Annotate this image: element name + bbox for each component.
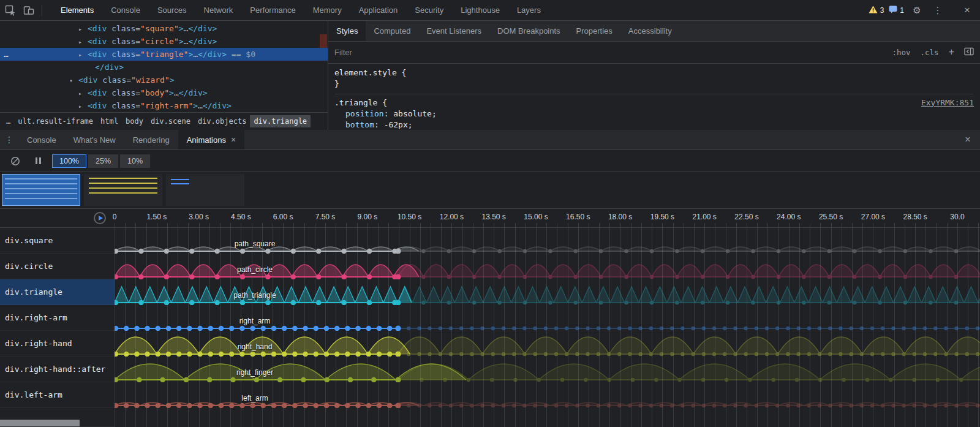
rate-button-25[interactable]: 25%	[88, 154, 118, 168]
replay-button[interactable]	[94, 212, 106, 224]
drawer-tab-label: Animations	[187, 135, 226, 145]
css-selector[interactable]: element.style {	[334, 68, 406, 77]
stylesheet-link[interactable]: ExyYRMK:851	[921, 97, 974, 108]
drawer-kebab-menu-icon[interactable]: ⋮	[0, 130, 18, 149]
breadcrumb-item-div-objects[interactable]: div.objects	[194, 115, 250, 127]
animation-row-label[interactable]: div.right-hand	[0, 331, 115, 357]
animation-preview-group-1[interactable]	[2, 174, 80, 206]
animation-row-label[interactable]: div.right-arm	[0, 305, 115, 331]
timeline-ruler[interactable]: 01.50 s3.00 s4.50 s6.00 s7.50 s9.00 s10.…	[0, 209, 980, 228]
tab-event-listeners[interactable]: Event Listeners	[418, 21, 489, 41]
css-property-line[interactable]: bottom: -62px;	[334, 119, 974, 130]
dock-sidebar-icon[interactable]	[964, 47, 974, 58]
styles-filter-input[interactable]: Filter	[334, 48, 882, 57]
tab-close-icon[interactable]: ×	[231, 135, 236, 145]
animation-preview-group-2[interactable]	[84, 174, 162, 206]
warnings-badge[interactable]: 3	[869, 6, 884, 15]
animation-rows: div.squarepath_squarediv.circlepath_circ…	[0, 228, 980, 427]
animation-track[interactable]: left_arm	[115, 382, 980, 408]
dom-tree-row[interactable]: </div>	[0, 61, 328, 74]
collapse-arrow-icon[interactable]: ▸	[78, 48, 88, 61]
collapse-arrow-icon[interactable]: ▸	[78, 87, 88, 100]
dom-tree-row[interactable]: ▸<div class="circle">…</div>	[0, 35, 328, 48]
rate-button-10[interactable]: 10%	[120, 154, 150, 168]
animation-track[interactable]: right_hand	[115, 331, 980, 357]
device-toolbar-icon[interactable]	[21, 2, 37, 18]
tick-label: 4.50 s	[231, 213, 251, 221]
css-close-brace: }	[334, 78, 974, 89]
tab-layers[interactable]: Layers	[508, 0, 549, 20]
animation-track[interactable]: path_circle	[115, 254, 980, 279]
expand-arrow-icon[interactable]: ▾	[69, 74, 78, 87]
issues-icon	[889, 6, 897, 15]
filler-track	[115, 408, 980, 427]
code-segment: =	[135, 37, 140, 46]
settings-gear-icon[interactable]: ⚙	[909, 2, 925, 18]
animation-row-label[interactable]: div.right-hand::after	[0, 357, 115, 382]
tab-performance[interactable]: Performance	[241, 0, 304, 20]
animation-row-label[interactable]: div.circle	[0, 254, 115, 279]
animation-track[interactable]: path_triangle	[115, 279, 980, 305]
drawer-tab-rendering[interactable]: Rendering	[124, 130, 178, 149]
close-devtools-icon[interactable]: ×	[959, 2, 975, 18]
animation-row-label[interactable]: div.left-arm	[0, 382, 115, 408]
clear-all-icon[interactable]	[7, 153, 23, 169]
gutter-ellipsis[interactable]: …	[4, 48, 9, 61]
code-segment: =	[135, 101, 140, 110]
breadcrumb-item-div-scene[interactable]: div.scene	[147, 115, 194, 127]
drawer-close-icon[interactable]: ×	[956, 130, 980, 149]
new-style-rule-button[interactable]: +	[949, 47, 954, 58]
collapse-arrow-icon[interactable]: ▸	[78, 23, 88, 36]
drawer-tab-animations[interactable]: Animations×	[178, 130, 245, 149]
collapse-arrow-icon[interactable]: ▸	[78, 100, 88, 112]
toggle-hover-button[interactable]: :hov	[892, 48, 910, 57]
css-rule: ExyYRMK:851.triangle {position: absolute…	[334, 94, 974, 130]
tab-properties[interactable]: Properties	[568, 21, 620, 41]
drawer-tab-console[interactable]: Console	[18, 130, 65, 149]
tab-sources[interactable]: Sources	[149, 0, 195, 20]
scrollbar-marker[interactable]	[320, 34, 327, 48]
main-panels: ▸<div class="square">…</div>▸<div class=…	[0, 21, 980, 130]
code-segment: "triangle"	[140, 50, 188, 59]
breadcrumb-item-div-triangle[interactable]: div.triangle	[250, 115, 311, 127]
breadcrumb-item-[interactable]: …	[2, 115, 14, 127]
dom-tree-row[interactable]: ▾<div class="wizard">	[0, 74, 328, 86]
pause-all-icon[interactable]	[36, 157, 41, 164]
css-selector[interactable]: .triangle {	[334, 98, 387, 107]
dom-tree-row[interactable]: ▸<div class="right-arm">…</div>	[0, 99, 328, 112]
rate-button-100[interactable]: 100%	[52, 154, 86, 168]
breadcrumb-item-body[interactable]: body	[122, 115, 147, 127]
dom-tree-row[interactable]: ▸<div class="square">…</div>	[0, 22, 328, 35]
issues-badge[interactable]: 1	[889, 6, 904, 15]
breadcrumb-item-ult-result-iframe[interactable]: ult.result-iframe	[14, 115, 97, 127]
animation-preview-group-3[interactable]	[166, 174, 244, 206]
animation-row-label[interactable]: div.triangle	[0, 279, 115, 305]
tab-security[interactable]: Security	[406, 0, 452, 20]
tab-accessibility[interactable]: Accessibility	[620, 21, 680, 41]
tab-application[interactable]: Application	[350, 0, 407, 20]
toggle-class-button[interactable]: .cls	[921, 48, 939, 57]
tab-network[interactable]: Network	[195, 0, 242, 20]
drawer-tab-what-s-new[interactable]: What's New	[65, 130, 124, 149]
kebab-menu-icon[interactable]: ⋮	[930, 2, 946, 18]
tab-styles[interactable]: Styles	[328, 21, 366, 41]
tab-memory[interactable]: Memory	[304, 0, 350, 20]
horizontal-scrollbar-thumb[interactable]	[0, 420, 80, 426]
drawer-tabbar: ⋮ ConsoleWhat's NewRenderingAnimations× …	[0, 130, 980, 150]
animation-track[interactable]: right_finger	[115, 357, 980, 382]
tab-lighthouse[interactable]: Lighthouse	[452, 0, 508, 20]
tab-computed[interactable]: Computed	[366, 21, 418, 41]
dom-tree-row[interactable]: ▸<div class="body">…</div>	[0, 86, 328, 99]
tab-dom-breakpoints[interactable]: DOM Breakpoints	[489, 21, 568, 41]
css-property-line[interactable]: position: absolute;	[334, 108, 974, 119]
breadcrumb-item-html[interactable]: html	[97, 115, 122, 127]
tab-elements[interactable]: Elements	[52, 0, 102, 20]
inspect-element-icon[interactable]	[2, 2, 18, 18]
collapse-arrow-icon[interactable]: ▸	[78, 36, 88, 48]
dom-tree-row[interactable]: ▸<div class="triangle">…</div> == $0…	[0, 48, 328, 61]
animation-row-label[interactable]: div.square	[0, 228, 115, 254]
animation-track[interactable]: path_square	[115, 228, 980, 254]
tab-console[interactable]: Console	[102, 0, 149, 20]
code-segment: class	[107, 88, 135, 97]
animation-track[interactable]: right_arm	[115, 305, 980, 331]
